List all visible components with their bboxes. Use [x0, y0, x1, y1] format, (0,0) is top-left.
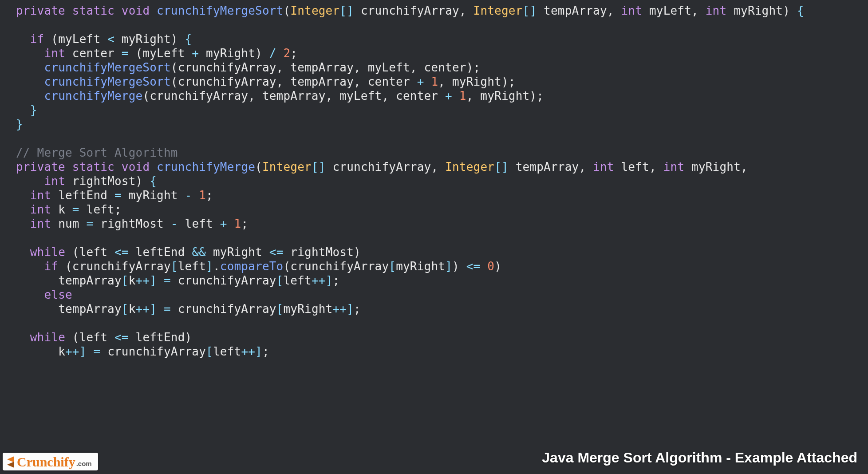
code-token: []: [494, 160, 509, 174]
code-line: if (myLeft < myRight) {: [16, 32, 868, 46]
code-token: rightMost): [284, 245, 361, 259]
code-token: /: [269, 47, 276, 60]
code-token: 2: [283, 47, 290, 60]
image-caption: Java Merge Sort Algorithm - Example Atta…: [542, 450, 857, 466]
logo-brand-text: Crunchify: [17, 455, 75, 469]
code-token: =: [93, 345, 100, 358]
code-token: =: [164, 302, 171, 316]
footer-overlay: Crunchify .com Java Merge Sort Algorithm…: [0, 450, 868, 474]
code-token: +: [445, 89, 452, 103]
code-line: tempArray[k++] = crunchifyArray[myRight+…: [16, 302, 868, 316]
code-token: crunchifyArray,: [326, 160, 446, 174]
code-token: ++: [241, 345, 255, 358]
code-token: [150, 4, 157, 17]
code-token: [276, 47, 284, 60]
code-token: []: [523, 4, 537, 17]
code-token: if: [44, 260, 58, 273]
code-line: [16, 316, 868, 330]
code-token: []: [339, 4, 354, 17]
code-token: int: [593, 160, 614, 174]
code-token: ]: [255, 345, 262, 358]
code-token: (crunchifyArray: [283, 260, 389, 273]
code-token: left: [213, 345, 241, 358]
code-token: myRight: [206, 245, 269, 259]
code-token: left: [178, 260, 206, 273]
code-line: if (crunchifyArray[left].compareTo(crunc…: [16, 259, 868, 273]
code-token: (left: [65, 331, 114, 344]
code-token: left: [284, 274, 312, 287]
code-token: -: [185, 189, 192, 202]
code-line: int num = rightMost - left + 1;: [16, 217, 868, 231]
code-token: static: [72, 4, 114, 17]
code-token: k: [51, 203, 72, 216]
code-token: ]: [326, 274, 333, 287]
code-token: <: [107, 32, 114, 46]
code-token: {: [150, 174, 157, 188]
code-token: (myLeft: [129, 47, 192, 60]
code-token: [157, 302, 164, 316]
code-token: +: [417, 75, 424, 88]
code-editor: private static void crunchifyMergeSort(I…: [0, 4, 868, 359]
code-token: [114, 4, 122, 17]
code-token: crunchifyMergeSort: [157, 4, 283, 17]
code-token: [: [389, 260, 396, 273]
code-token: void: [122, 160, 150, 174]
code-token: ++: [65, 345, 79, 358]
code-token: tempArray,: [537, 4, 621, 17]
code-token: <=: [466, 260, 481, 273]
code-token: Integer: [445, 160, 494, 174]
code-line: int leftEnd = myRight - 1;: [16, 188, 868, 202]
code-token: myRight,: [684, 160, 748, 174]
code-token: [87, 345, 94, 358]
code-token: crunchifyArray: [100, 345, 206, 358]
code-token: =: [72, 203, 79, 216]
code-line: crunchifyMergeSort(crunchifyArray, tempA…: [16, 75, 868, 89]
code-token: [452, 89, 459, 103]
code-token: [: [171, 260, 178, 273]
code-token: crunchifyMergeSort: [44, 75, 170, 88]
code-token: int: [30, 203, 51, 216]
code-token: 1: [199, 189, 206, 202]
code-token: [65, 160, 72, 174]
code-token: center: [65, 47, 122, 60]
code-token: [: [122, 274, 129, 287]
code-token: [65, 4, 72, 17]
code-token: myRight): [199, 47, 269, 60]
code-token: ;: [262, 345, 269, 358]
code-token: rightMost: [93, 217, 170, 230]
code-token: =: [164, 274, 171, 287]
code-token: crunchifyArray,: [354, 4, 473, 17]
code-token: +: [220, 217, 227, 230]
code-token: +: [192, 47, 199, 60]
code-token: tempArray: [58, 274, 122, 287]
code-line: crunchifyMerge(crunchifyArray, tempArray…: [16, 89, 868, 103]
code-token: (: [283, 4, 290, 17]
code-token: k: [58, 345, 65, 358]
code-token: left: [178, 217, 220, 230]
code-token: [: [276, 302, 284, 316]
code-token: (crunchifyArray: [58, 260, 171, 273]
code-token: Integer: [473, 4, 523, 17]
code-token: static: [72, 160, 114, 174]
code-line: private static void crunchifyMergeSort(I…: [16, 4, 868, 18]
code-token: (crunchifyArray, tempArray, myLeft, cent…: [171, 61, 481, 74]
code-token: rightMost): [65, 174, 150, 188]
code-token: ]: [206, 260, 213, 273]
code-token: <=: [114, 331, 129, 344]
code-token: ;: [290, 47, 297, 60]
code-token: leftEnd: [51, 189, 114, 202]
code-line: while (left <= leftEnd && myRight <= rig…: [16, 245, 868, 259]
logo-chevron-icon: [7, 457, 14, 467]
code-token: &&: [192, 245, 206, 259]
code-line: }: [16, 103, 868, 117]
code-token: crunchifyMerge: [44, 89, 142, 103]
code-token: ]: [445, 260, 452, 273]
code-token: }: [30, 103, 37, 117]
code-token: [: [206, 345, 213, 358]
code-token: Integer: [262, 160, 312, 174]
code-token: , myRight);: [466, 89, 544, 103]
code-token: crunchifyArray: [171, 274, 276, 287]
code-token: left,: [614, 160, 663, 174]
code-token: []: [312, 160, 326, 174]
code-token: ;: [206, 189, 213, 202]
